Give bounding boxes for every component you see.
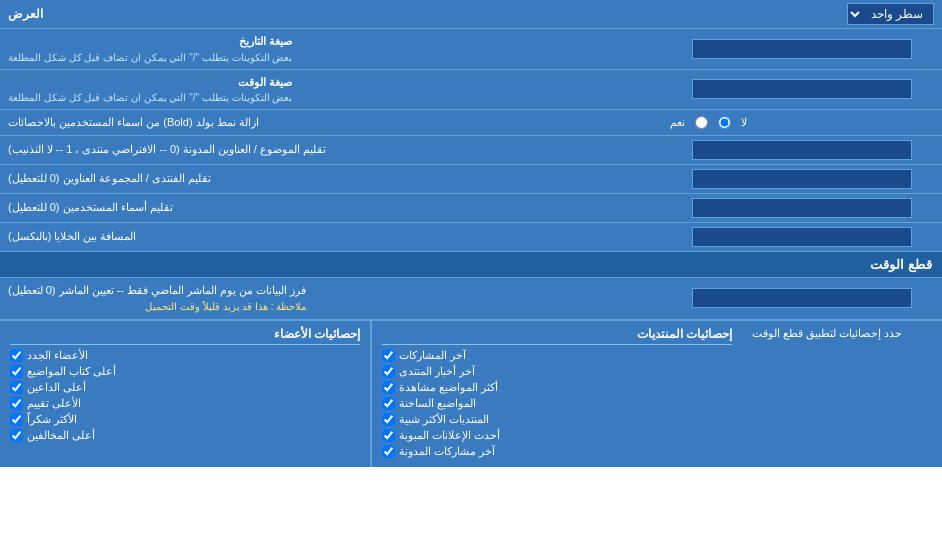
date-format-input[interactable]: d-m	[692, 39, 912, 59]
forums-stat-check-5[interactable]	[382, 429, 395, 442]
cells-space-label: المسافة بين الخلايا (بالبكسل)	[0, 223, 662, 251]
cells-space-input[interactable]: 2	[692, 227, 912, 247]
forums-stat-item-4: المنتديات الأكثر شبية	[382, 413, 732, 426]
forums-stat-item-1: آخر أخبار المنتدى	[382, 365, 732, 378]
users-label: تقليم أسماء المستخدمين (0 للتعطيل)	[0, 194, 662, 222]
members-stat-item-4: الأكثر شكراً	[10, 413, 360, 426]
forum-group-label: تقليم الفنتدى / المجموعة العناوين (0 للت…	[0, 165, 662, 193]
bold-no-radio[interactable]	[718, 116, 731, 129]
members-stat-check-0[interactable]	[10, 349, 23, 362]
forums-stat-check-0[interactable]	[382, 349, 395, 362]
time-format-input[interactable]: H:i	[692, 79, 912, 99]
forums-stat-item-5: أحدث الإعلانات المبوبة	[382, 429, 732, 442]
forum-group-input[interactable]: 33	[692, 169, 912, 189]
display-label: العرض	[8, 7, 43, 21]
members-stat-item-3: الأعلى تقييم	[10, 397, 360, 410]
forum-group-input-cell: 33	[662, 165, 942, 193]
topics-input-cell: 33	[662, 136, 942, 164]
members-stat-check-1[interactable]	[10, 365, 23, 378]
forums-stat-item-0: آخر المشاركات	[382, 349, 732, 362]
forums-stats-col: إحصائيات المنتديات آخر المشاركات آخر أخب…	[371, 321, 742, 467]
time-cut-header: قطع الوقت	[0, 252, 942, 278]
forums-stat-item-3: المواضيع الساخنة	[382, 397, 732, 410]
date-format-label: صيغة التاريخ بعض التكوينات يتطلب "/" الت…	[0, 29, 662, 69]
members-stat-item-0: الأعضاء الجدد	[10, 349, 360, 362]
members-stats-col: إحصائيات الأعضاء الأعضاء الجدد أعلى كتاب…	[0, 321, 371, 467]
forums-stat-item-6: آخر مشاركات المدونة	[382, 445, 732, 458]
forums-stats-header: إحصائيات المنتديات	[382, 327, 732, 345]
bold-yes-radio[interactable]	[695, 116, 708, 129]
bold-radio-cell: لا نعم	[662, 110, 942, 135]
members-stat-check-3[interactable]	[10, 397, 23, 410]
time-format-input-cell: H:i	[662, 70, 942, 110]
members-stats-header: إحصائيات الأعضاء	[10, 327, 360, 345]
topics-input[interactable]: 33	[692, 140, 912, 160]
time-format-label: صيغة الوقت بعض التكوينات يتطلب "/" التي …	[0, 70, 662, 110]
members-stat-item-5: أعلى المخالفين	[10, 429, 360, 442]
members-stat-check-5[interactable]	[10, 429, 23, 442]
forums-stat-check-4[interactable]	[382, 413, 395, 426]
cells-space-input-cell: 2	[662, 223, 942, 251]
forums-stat-check-2[interactable]	[382, 381, 395, 394]
members-stat-check-2[interactable]	[10, 381, 23, 394]
forums-stat-item-2: أكثر المواضيع مشاهدة	[382, 381, 732, 394]
forums-stat-check-6[interactable]	[382, 445, 395, 458]
forums-stat-check-3[interactable]	[382, 397, 395, 410]
bold-label: ازالة نمط بولد (Bold) من اسماء المستخدمي…	[0, 110, 662, 135]
topics-label: تقليم الموضوع / العناوين المدونة (0 -- ا…	[0, 136, 662, 164]
display-dropdown[interactable]: سطر واحدسطرينثلاثة أسطر	[847, 3, 934, 25]
forums-stat-check-1[interactable]	[382, 365, 395, 378]
users-input[interactable]: 0	[692, 198, 912, 218]
users-input-cell: 0	[662, 194, 942, 222]
members-stat-item-1: أعلى كتاب المواضيع	[10, 365, 360, 378]
members-stat-check-4[interactable]	[10, 413, 23, 426]
time-cut-label: فرز البيانات من يوم الماشر الماضي فقط --…	[0, 278, 662, 319]
members-stat-item-2: أعلى الداعين	[10, 381, 360, 394]
stats-label: حدد إحصائيات لتطبيق قطع الوقت	[742, 321, 942, 467]
date-format-input-cell: d-m	[662, 29, 942, 69]
time-cut-input-cell: 0	[662, 278, 942, 319]
time-cut-input[interactable]: 0	[692, 288, 912, 308]
